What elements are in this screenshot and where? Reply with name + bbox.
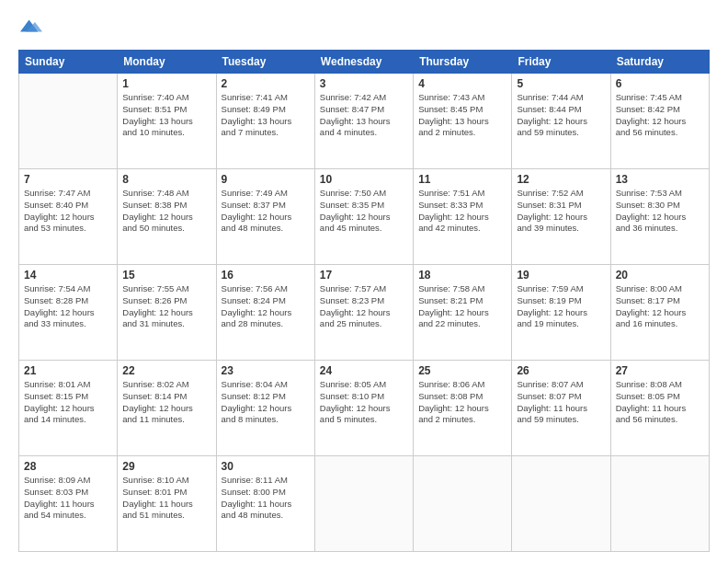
header-day-saturday: Saturday xyxy=(610,51,709,74)
calendar-cell: 8Sunrise: 7:48 AM Sunset: 8:38 PM Daylig… xyxy=(118,169,216,265)
day-info: Sunrise: 8:02 AM Sunset: 8:14 PM Dayligh… xyxy=(122,379,210,426)
day-info: Sunrise: 8:11 AM Sunset: 8:00 PM Dayligh… xyxy=(222,475,310,522)
calendar-cell: 15Sunrise: 7:55 AM Sunset: 8:26 PM Dayli… xyxy=(118,265,216,361)
calendar-cell: 28Sunrise: 8:09 AM Sunset: 8:03 PM Dayli… xyxy=(19,456,118,552)
calendar-cell: 2Sunrise: 7:41 AM Sunset: 8:49 PM Daylig… xyxy=(216,74,314,169)
day-info: Sunrise: 7:50 AM Sunset: 8:35 PM Dayligh… xyxy=(320,188,408,235)
day-number: 14 xyxy=(24,269,112,282)
day-number: 26 xyxy=(517,364,605,377)
calendar-cell: 24Sunrise: 8:05 AM Sunset: 8:10 PM Dayli… xyxy=(314,361,413,456)
day-info: Sunrise: 7:41 AM Sunset: 8:49 PM Dayligh… xyxy=(222,92,310,139)
day-info: Sunrise: 7:53 AM Sunset: 8:30 PM Dayligh… xyxy=(616,188,704,235)
calendar-cell: 12Sunrise: 7:52 AM Sunset: 8:31 PM Dayli… xyxy=(512,169,610,265)
day-number: 24 xyxy=(320,364,408,377)
day-number: 18 xyxy=(418,269,506,282)
calendar-cell: 11Sunrise: 7:51 AM Sunset: 8:33 PM Dayli… xyxy=(414,169,512,265)
calendar-cell xyxy=(314,456,413,552)
day-info: Sunrise: 7:52 AM Sunset: 8:31 PM Dayligh… xyxy=(517,188,605,235)
day-info: Sunrise: 7:43 AM Sunset: 8:45 PM Dayligh… xyxy=(418,92,506,139)
calendar-cell: 20Sunrise: 8:00 AM Sunset: 8:17 PM Dayli… xyxy=(610,265,709,361)
calendar-cell: 26Sunrise: 8:07 AM Sunset: 8:07 PM Dayli… xyxy=(512,361,610,456)
day-info: Sunrise: 7:45 AM Sunset: 8:42 PM Dayligh… xyxy=(616,92,704,139)
day-number: 1 xyxy=(122,77,210,90)
calendar-cell: 1Sunrise: 7:40 AM Sunset: 8:51 PM Daylig… xyxy=(118,74,216,169)
day-info: Sunrise: 7:56 AM Sunset: 8:24 PM Dayligh… xyxy=(222,283,310,330)
calendar-cell: 16Sunrise: 7:56 AM Sunset: 8:24 PM Dayli… xyxy=(216,265,314,361)
header-day-friday: Friday xyxy=(512,51,610,74)
calendar-cell: 5Sunrise: 7:44 AM Sunset: 8:44 PM Daylig… xyxy=(512,74,610,169)
logo-icon xyxy=(20,15,42,37)
calendar-cell: 4Sunrise: 7:43 AM Sunset: 8:45 PM Daylig… xyxy=(414,74,512,169)
day-number: 7 xyxy=(24,173,112,186)
day-number: 10 xyxy=(320,173,408,186)
day-number: 11 xyxy=(418,173,506,186)
day-number: 16 xyxy=(222,269,310,282)
week-row-3: 14Sunrise: 7:54 AM Sunset: 8:28 PM Dayli… xyxy=(19,265,710,361)
calendar-cell: 27Sunrise: 8:08 AM Sunset: 8:05 PM Dayli… xyxy=(610,361,709,456)
header-day-wednesday: Wednesday xyxy=(314,51,413,74)
day-info: Sunrise: 7:54 AM Sunset: 8:28 PM Dayligh… xyxy=(24,283,112,330)
calendar-cell: 22Sunrise: 8:02 AM Sunset: 8:14 PM Dayli… xyxy=(118,361,216,456)
day-info: Sunrise: 7:42 AM Sunset: 8:47 PM Dayligh… xyxy=(320,92,408,139)
day-number: 4 xyxy=(418,77,506,90)
calendar-cell: 19Sunrise: 7:59 AM Sunset: 8:19 PM Dayli… xyxy=(512,265,610,361)
header-day-tuesday: Tuesday xyxy=(216,51,314,74)
day-info: Sunrise: 7:47 AM Sunset: 8:40 PM Dayligh… xyxy=(24,188,112,235)
calendar-cell: 7Sunrise: 7:47 AM Sunset: 8:40 PM Daylig… xyxy=(19,169,118,265)
day-number: 9 xyxy=(222,173,310,186)
day-info: Sunrise: 7:58 AM Sunset: 8:21 PM Dayligh… xyxy=(418,283,506,330)
calendar-cell: 9Sunrise: 7:49 AM Sunset: 8:37 PM Daylig… xyxy=(216,169,314,265)
day-number: 3 xyxy=(320,77,408,90)
week-row-4: 21Sunrise: 8:01 AM Sunset: 8:15 PM Dayli… xyxy=(19,361,710,456)
day-number: 5 xyxy=(517,77,605,90)
calendar-cell: 17Sunrise: 7:57 AM Sunset: 8:23 PM Dayli… xyxy=(314,265,413,361)
day-number: 25 xyxy=(418,364,506,377)
page: SundayMondayTuesdayWednesdayThursdayFrid… xyxy=(0,0,728,563)
day-info: Sunrise: 8:10 AM Sunset: 8:01 PM Dayligh… xyxy=(122,475,210,522)
day-info: Sunrise: 8:09 AM Sunset: 8:03 PM Dayligh… xyxy=(24,475,112,522)
day-info: Sunrise: 8:04 AM Sunset: 8:12 PM Dayligh… xyxy=(222,379,310,426)
calendar-cell: 3Sunrise: 7:42 AM Sunset: 8:47 PM Daylig… xyxy=(314,74,413,169)
day-number: 2 xyxy=(222,77,310,90)
day-number: 20 xyxy=(616,269,704,282)
calendar-cell xyxy=(19,74,118,169)
header-day-thursday: Thursday xyxy=(414,51,512,74)
day-number: 23 xyxy=(222,364,310,377)
logo xyxy=(18,15,42,40)
calendar-table: SundayMondayTuesdayWednesdayThursdayFrid… xyxy=(18,50,710,552)
calendar-cell: 30Sunrise: 8:11 AM Sunset: 8:00 PM Dayli… xyxy=(216,456,314,552)
day-number: 13 xyxy=(616,173,704,186)
calendar-cell xyxy=(610,456,709,552)
day-info: Sunrise: 7:57 AM Sunset: 8:23 PM Dayligh… xyxy=(320,283,408,330)
day-info: Sunrise: 7:49 AM Sunset: 8:37 PM Dayligh… xyxy=(222,188,310,235)
day-info: Sunrise: 7:40 AM Sunset: 8:51 PM Dayligh… xyxy=(122,92,210,139)
day-number: 15 xyxy=(122,269,210,282)
day-number: 28 xyxy=(24,460,112,473)
day-info: Sunrise: 8:06 AM Sunset: 8:08 PM Dayligh… xyxy=(418,379,506,426)
calendar-cell: 25Sunrise: 8:06 AM Sunset: 8:08 PM Dayli… xyxy=(414,361,512,456)
calendar-cell: 14Sunrise: 7:54 AM Sunset: 8:28 PM Dayli… xyxy=(19,265,118,361)
day-info: Sunrise: 7:55 AM Sunset: 8:26 PM Dayligh… xyxy=(122,283,210,330)
header-row: SundayMondayTuesdayWednesdayThursdayFrid… xyxy=(19,51,710,74)
day-number: 21 xyxy=(24,364,112,377)
day-number: 6 xyxy=(616,77,704,90)
day-info: Sunrise: 7:59 AM Sunset: 8:19 PM Dayligh… xyxy=(517,283,605,330)
calendar-cell xyxy=(512,456,610,552)
day-number: 30 xyxy=(222,460,310,473)
calendar-cell: 13Sunrise: 7:53 AM Sunset: 8:30 PM Dayli… xyxy=(610,169,709,265)
week-row-5: 28Sunrise: 8:09 AM Sunset: 8:03 PM Dayli… xyxy=(19,456,710,552)
calendar-cell xyxy=(414,456,512,552)
calendar-cell: 29Sunrise: 8:10 AM Sunset: 8:01 PM Dayli… xyxy=(118,456,216,552)
week-row-2: 7Sunrise: 7:47 AM Sunset: 8:40 PM Daylig… xyxy=(19,169,710,265)
day-info: Sunrise: 8:05 AM Sunset: 8:10 PM Dayligh… xyxy=(320,379,408,426)
header-day-sunday: Sunday xyxy=(19,51,118,74)
calendar-cell: 10Sunrise: 7:50 AM Sunset: 8:35 PM Dayli… xyxy=(314,169,413,265)
calendar-cell: 21Sunrise: 8:01 AM Sunset: 8:15 PM Dayli… xyxy=(19,361,118,456)
day-info: Sunrise: 8:08 AM Sunset: 8:05 PM Dayligh… xyxy=(616,379,704,426)
day-number: 17 xyxy=(320,269,408,282)
day-number: 29 xyxy=(122,460,210,473)
header xyxy=(18,15,710,40)
day-info: Sunrise: 7:51 AM Sunset: 8:33 PM Dayligh… xyxy=(418,188,506,235)
calendar-cell: 18Sunrise: 7:58 AM Sunset: 8:21 PM Dayli… xyxy=(414,265,512,361)
day-number: 19 xyxy=(517,269,605,282)
